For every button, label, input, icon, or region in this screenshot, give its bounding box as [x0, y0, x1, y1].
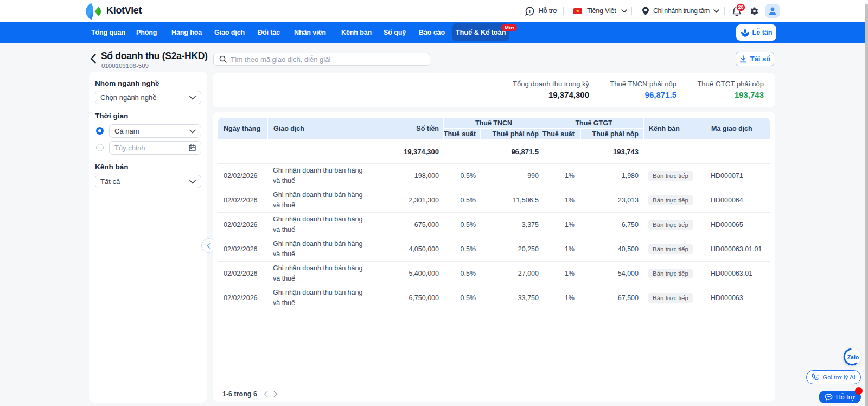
- svg-text:!: !: [529, 8, 531, 14]
- svg-text:Zalo: Zalo: [847, 354, 859, 360]
